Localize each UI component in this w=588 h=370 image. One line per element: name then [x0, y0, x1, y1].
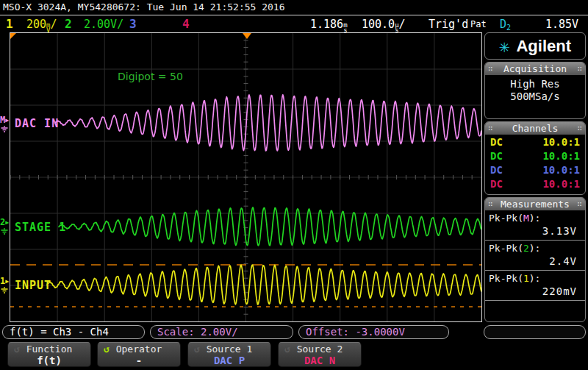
- ch2-badge[interactable]: 2: [65, 16, 72, 32]
- channels-panel: ∷ Channels ∷ DC 10.0:1 DC 10.0:1 DC 10.0…: [484, 121, 586, 195]
- acquisition-panel: ∷ Acquisition ∷ High Res 500MSa/s: [484, 62, 586, 119]
- sidebar-footer-box: [484, 325, 586, 339]
- coupling: DC: [490, 164, 503, 176]
- menu-button-source2[interactable]: ↺ Source 2 DAC N: [278, 342, 362, 367]
- measurement-source: 2: [523, 243, 529, 254]
- measurement-row-2[interactable]: Pk-Pk(2): 2.4V: [485, 241, 585, 271]
- menu-value: DAC N: [279, 355, 361, 366]
- measurements-panel: ∷ Measurements ∷ Pk-Pk(M): 3.13V Pk-Pk(2…: [484, 197, 586, 322]
- measurement-row-3[interactable]: Pk-Pk(1): 220mV: [485, 271, 585, 301]
- timebase-position[interactable]: 1.186ms: [310, 16, 348, 32]
- channels-header[interactable]: ∷ Channels ∷: [485, 122, 585, 135]
- rotate-knob-icon: ↺: [194, 344, 200, 355]
- grip-icon: ∷: [577, 198, 582, 210]
- measurement-row-1[interactable]: Pk-Pk(M): 3.13V: [485, 210, 585, 241]
- marker-arrow-icon: ▶: [5, 219, 9, 226]
- measurement-value: 2.4V: [489, 254, 581, 270]
- instrument-title: MSO-X 3024A, MY54280672: Tue Jun 14 21:5…: [3, 1, 285, 13]
- trace-label-ch2: STAGE 1: [15, 221, 66, 234]
- trigger-status: Trig'd: [429, 16, 468, 32]
- math-offset-box[interactable]: Offset: -3.0000V: [298, 325, 449, 339]
- math-scale-box[interactable]: Scale: 2.00V/: [150, 325, 293, 339]
- titlebar: MSO-X 3024A, MY54280672: Tue Jun 14 21:5…: [0, 0, 588, 15]
- menu-value: -: [98, 355, 180, 366]
- channel-row-1[interactable]: DC 10.0:1: [485, 135, 585, 149]
- probe-ratio: 10.0:1: [542, 136, 580, 148]
- measurement-source: M: [523, 213, 529, 224]
- channel-status-bar: 1 200mV/ 2 2.00V/ 3 4 1.186ms 100.0µs/ T…: [0, 16, 588, 32]
- digipot-annotation: Digipot = 50: [118, 71, 183, 82]
- d2-marker-icon: [10, 33, 16, 39]
- menu-value: DAC P: [188, 355, 270, 366]
- sidebar: ✳ Agilent ∷ Acquisition ∷ High Res 500MS…: [484, 32, 586, 322]
- brand-name: Agilent: [516, 37, 571, 56]
- ch1-ground-marker[interactable]: 1▶: [0, 277, 10, 293]
- ch1-scale[interactable]: 200mV/: [26, 16, 57, 32]
- menu-label: Source 2: [279, 344, 361, 355]
- trigger-source[interactable]: D2: [500, 16, 511, 32]
- math-definition-box[interactable]: f(t) = Ch3 - Ch4: [2, 325, 145, 339]
- measurements-header[interactable]: ∷ Measurements ∷: [485, 198, 585, 210]
- ch3-badge[interactable]: 3: [129, 16, 137, 32]
- channels-title: Channels: [512, 122, 559, 135]
- grip-icon: ∷: [577, 122, 582, 135]
- brand-panel: ✳ Agilent: [484, 32, 586, 60]
- menu-label: Operator: [98, 344, 180, 355]
- agilent-starburst-icon: ✳: [499, 38, 509, 55]
- ch1-scale-value: 200: [26, 18, 46, 31]
- rotate-knob-icon: ↺: [14, 344, 20, 355]
- ch2-ground-marker[interactable]: 2▶: [0, 218, 10, 235]
- sample-rate: 500MSa/s: [485, 90, 585, 103]
- acquisition-header[interactable]: ∷ Acquisition ∷: [485, 63, 585, 75]
- channel-row-2[interactable]: DC 10.0:1: [485, 149, 585, 163]
- probe-ratio: 10.0:1: [542, 150, 580, 162]
- measurements-title: Measurements: [501, 198, 570, 210]
- grip-icon: ∷: [577, 63, 582, 75]
- coupling: DC: [490, 136, 503, 148]
- timebase-scale[interactable]: 100.0µs/: [362, 16, 406, 32]
- ground-icon: [0, 228, 9, 235]
- trigger-position-marker-icon[interactable]: [243, 33, 251, 39]
- grip-icon: ∷: [488, 63, 493, 75]
- measurement-value: 3.13V: [489, 224, 581, 240]
- menu-label: Function: [8, 344, 90, 355]
- ch1-badge[interactable]: 1: [6, 16, 13, 32]
- ground-icon: [0, 287, 9, 293]
- menu-button-source1[interactable]: ↺ Source 1 DAC P: [187, 342, 271, 367]
- menu-value: f(t): [8, 355, 90, 366]
- probe-ratio: 10.0:1: [542, 178, 580, 190]
- measurement-source: 1: [523, 273, 529, 284]
- acquisition-mode: High Res: [485, 78, 585, 90]
- acquisition-title: Acquisition: [503, 63, 567, 75]
- menu-button-function[interactable]: ↺ Function f(t): [7, 342, 91, 367]
- measurement-value: 220mV: [489, 284, 581, 300]
- ch2-scale[interactable]: 2.00V/: [84, 16, 123, 32]
- trace-label-ch1: INPUT: [15, 279, 51, 292]
- waveform-plot[interactable]: [10, 33, 481, 321]
- math-ground-marker[interactable]: M▶: [0, 115, 10, 132]
- rotate-knob-icon: ↺: [284, 344, 290, 355]
- marker-arrow-icon: ▶: [5, 278, 9, 285]
- marker-arrow-icon: ▶: [5, 117, 9, 124]
- menu-button-operator[interactable]: ↺ Operator -: [97, 342, 181, 367]
- probe-ratio: 10.0:1: [542, 164, 580, 176]
- ch4-badge[interactable]: 4: [182, 16, 190, 32]
- timebase-position-unit: ms: [343, 23, 347, 33]
- coupling: DC: [490, 178, 503, 190]
- trigger-mode-label[interactable]: Pat: [470, 16, 487, 32]
- trace-label-math: DAC IN: [15, 117, 59, 130]
- grip-icon: ∷: [488, 122, 493, 135]
- menu-label: Source 1: [188, 344, 270, 355]
- channel-row-4[interactable]: DC 10.0:1: [485, 177, 585, 191]
- trigger-level[interactable]: 1.85V: [545, 16, 578, 32]
- ground-icon: [0, 126, 9, 132]
- grip-icon: ∷: [488, 198, 493, 210]
- ch1-scale-suffix: /: [51, 18, 57, 31]
- rotate-knob-icon: ↺: [104, 344, 110, 355]
- channel-row-3[interactable]: DC 10.0:1: [485, 163, 585, 177]
- waveform-display[interactable]: DAC IN STAGE 1 INPUT Digipot = 50: [10, 32, 482, 322]
- coupling: DC: [490, 150, 503, 162]
